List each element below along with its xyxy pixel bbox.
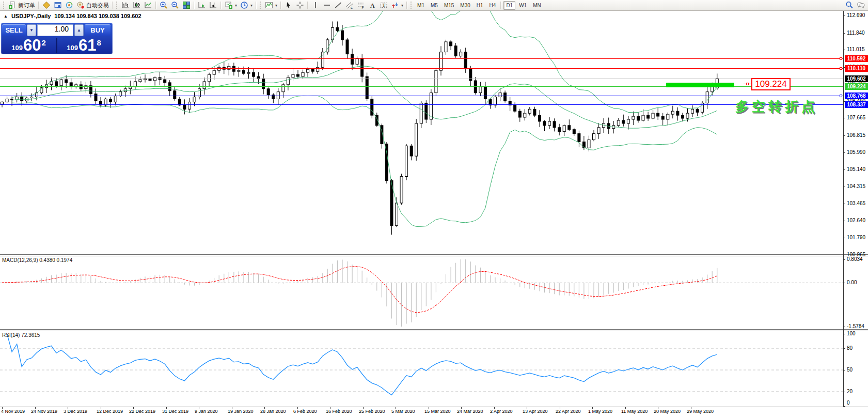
data-window-button[interactable] <box>52 1 64 10</box>
timeframe-m1[interactable]: M1 <box>415 1 427 10</box>
symbol-period-label: USDJPY-,Daily <box>11 13 51 19</box>
toolbar-grip[interactable] <box>260 2 262 9</box>
price-level-line-110.592[interactable] <box>0 58 843 59</box>
crosshair-button[interactable] <box>294 1 306 10</box>
pane-separator[interactable] <box>0 329 868 331</box>
horizontal-line-button[interactable] <box>321 1 333 10</box>
price-axis-label: 104.315 <box>847 183 865 189</box>
text-label-button[interactable]: T <box>378 1 389 10</box>
rsi-axis-label: 0 <box>847 400 850 406</box>
price-axis-label: 112.690 <box>847 12 865 18</box>
rsi-pane-canvas[interactable] <box>0 332 843 406</box>
toolbar-separator <box>194 2 195 9</box>
cursor-button[interactable] <box>283 1 294 10</box>
rsi-axis-label: 50 <box>847 367 853 373</box>
volume-increase-button[interactable]: ▲ <box>74 24 84 36</box>
timeframe-w1[interactable]: W1 <box>516 1 529 10</box>
auto-scroll-icon <box>198 1 206 9</box>
timeframe-mn[interactable]: MN <box>530 1 544 10</box>
toolbar-grip[interactable] <box>3 2 5 9</box>
text-button[interactable]: A <box>367 1 378 10</box>
chat-button[interactable] <box>855 1 866 10</box>
search-button[interactable] <box>844 1 855 10</box>
price-level-line-108.337[interactable] <box>0 104 843 105</box>
chart-shift-button[interactable] <box>208 1 219 10</box>
macd-pane-canvas[interactable] <box>0 257 843 329</box>
line-chart-button[interactable] <box>143 1 154 10</box>
date-axis-label: 22 Apr 2020 <box>556 409 581 414</box>
new-order-button[interactable]: 新订单 <box>7 1 37 10</box>
price-level-line-108.768[interactable] <box>0 96 843 96</box>
date-axis-label: 13 Apr 2020 <box>523 409 548 414</box>
text-label-icon: T <box>380 1 388 9</box>
timeframe-h4[interactable]: H4 <box>487 1 499 10</box>
market-watch-button[interactable] <box>41 1 52 10</box>
price-level-line-110.110[interactable] <box>0 68 843 69</box>
timeframe-h1[interactable]: H1 <box>474 1 486 10</box>
date-axis-label: 11 May 2020 <box>621 409 648 414</box>
dropdown-caret-icon[interactable]: ▾ <box>250 3 252 8</box>
auto-trading-button[interactable]: 自动交易 <box>75 1 111 10</box>
sell-price-big-figure: 109 <box>11 44 23 52</box>
arrow-objects-button[interactable]: ▾ <box>389 1 405 10</box>
line-handle[interactable] <box>840 57 842 60</box>
date-axis-label: 19 Jan 2020 <box>228 409 254 414</box>
toolbar-grip[interactable] <box>411 2 413 9</box>
market-watch-icon <box>42 1 51 9</box>
dropdown-caret-icon[interactable]: ▾ <box>235 3 237 8</box>
auto-scroll-button[interactable] <box>196 1 208 10</box>
macd-axis-label: 0.8034 <box>847 256 863 262</box>
svg-text:A: A <box>370 2 375 9</box>
price-axis-label: 111.840 <box>847 30 865 36</box>
equidistant-channel-button[interactable]: E <box>344 1 355 10</box>
crosshair-icon <box>296 1 304 9</box>
date-axis-label: 5 Mar 2020 <box>391 409 415 414</box>
trendline-icon <box>334 1 342 9</box>
zoom-out-button[interactable] <box>169 1 181 10</box>
timeframe-m5[interactable]: M5 <box>428 1 440 10</box>
volume-input[interactable]: 1.00 <box>37 24 73 36</box>
date-axis-label: 29 May 2020 <box>687 409 714 414</box>
fibonacci-button[interactable]: F <box>355 1 367 10</box>
price-axis-tick <box>843 204 845 204</box>
buy-button[interactable]: BUY <box>85 24 111 36</box>
profiles-button[interactable]: ▾ <box>239 1 254 10</box>
dropdown-caret-icon[interactable]: ▾ <box>401 3 403 8</box>
main-chart-canvas[interactable] <box>0 11 843 254</box>
data-window-icon <box>54 1 62 9</box>
navigator-button[interactable] <box>64 1 75 10</box>
chart-title: ▲ USDJPY-,Daily 109.134 109.843 109.038 … <box>4 13 141 19</box>
tile-windows-button[interactable] <box>181 1 192 10</box>
highlight-bar[interactable] <box>666 83 734 87</box>
line-handle[interactable] <box>840 95 842 97</box>
price-callout[interactable]: 109.224 <box>751 78 791 90</box>
callout-handle[interactable] <box>746 83 749 85</box>
annotation-note[interactable]: 多空转折点 <box>735 98 818 116</box>
timeframe-d1[interactable]: D1 <box>503 1 515 10</box>
new-chart-icon <box>225 1 233 9</box>
indicators-button[interactable]: ▾ <box>263 1 279 10</box>
buy-price[interactable]: 109 61 8 <box>56 37 112 54</box>
price-axis-tick <box>843 238 845 238</box>
vertical-line-button[interactable] <box>310 1 321 10</box>
trendline-button[interactable] <box>333 1 344 10</box>
sell-price[interactable]: 109 60 2 <box>1 37 56 54</box>
collapse-panel-icon[interactable]: ▲ <box>4 14 8 19</box>
toolbar-separator <box>112 2 113 9</box>
price-axis-label: 101.790 <box>847 235 865 240</box>
volume-decrease-button[interactable]: ▼ <box>27 24 36 36</box>
timeframe-m30[interactable]: M30 <box>457 1 472 10</box>
dropdown-caret-icon[interactable]: ▾ <box>275 3 277 8</box>
price-axis-tick <box>843 152 845 153</box>
line-handle[interactable] <box>840 67 842 70</box>
sell-button[interactable]: SELL <box>2 24 26 36</box>
toolbar-grip[interactable] <box>116 2 118 9</box>
zoom-in-button[interactable] <box>158 1 169 10</box>
new-chart-button[interactable]: ▾ <box>223 1 239 10</box>
bar-chart-button[interactable] <box>120 1 131 10</box>
timeframe-m15[interactable]: M15 <box>441 1 456 10</box>
pane-separator[interactable] <box>0 254 868 256</box>
sell-price-point: 2 <box>41 38 45 47</box>
buy-price-pips: 61 <box>78 38 96 53</box>
candlestick-chart-button[interactable] <box>131 1 143 10</box>
